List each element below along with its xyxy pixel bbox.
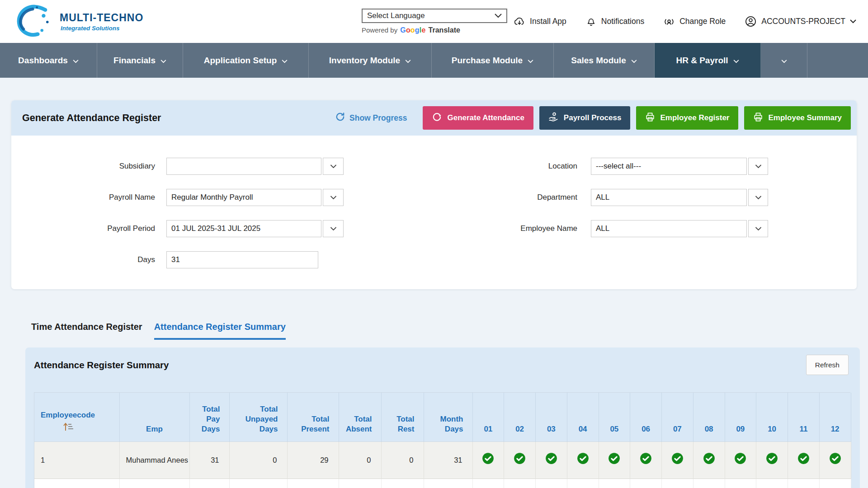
day-status-cell [693,441,725,479]
day-status-cell [725,441,756,479]
department-label: Department [463,193,577,202]
install-app-label: Install App [530,17,566,26]
days-input[interactable] [166,251,318,268]
table-row-partial [34,479,851,488]
generate-attendance-form: Subsidiary Payroll Name Regular Monthly … [11,136,857,289]
chevron-down-icon [528,56,533,66]
nav-item-more[interactable] [761,43,807,78]
days-field-row: Days [11,251,318,268]
process-arrow-icon [432,112,442,124]
payroll-period-select-chevron-button[interactable] [323,220,344,237]
subsidiary-label: Subsidiary [11,162,155,171]
day-status-cell [536,441,567,479]
department-select[interactable]: ALL [591,189,747,206]
change-role-button[interactable]: Change Role [663,16,726,28]
language-select-value: Select Language [367,11,425,20]
subsidiary-select[interactable] [166,158,321,175]
present-check-icon [640,452,652,468]
generate-attendance-button[interactable]: Generate Attendance [423,106,533,130]
column-header-emp: Emp [119,393,189,441]
day-status-cell [599,441,630,479]
present-check-icon [703,452,715,468]
tab-attendance-register-summary[interactable]: Attendance Register Summary [154,322,286,340]
nav-item-application-setup[interactable]: Application Setup [183,43,309,78]
chevron-down-icon [733,56,739,66]
payroll-period-select[interactable]: 01 JUL 2025-31 JUL 2025 [166,220,321,237]
printer-icon [645,112,655,124]
column-header-month-days: Month Days [424,393,472,441]
top-bar: MULTI-TECHNO Integrated Solutions Select… [0,0,868,43]
generate-attendance-panel: Generate Attendance Register Show Progre… [11,100,857,289]
column-header-day-04: 04 [567,393,599,441]
present-check-icon [797,452,810,468]
days-label: Days [11,255,155,264]
location-select-chevron-button[interactable] [748,158,768,175]
subsidiary-select-chevron-button[interactable] [323,158,344,175]
nav-item-sales-module[interactable]: Sales Module [554,43,655,78]
column-header-day-07: 07 [662,393,693,441]
column-header-day-01: 01 [472,393,504,441]
total-present-cell: 29 [287,441,339,479]
table-header-row: Employeecode [34,393,851,441]
department-select-chevron-button[interactable] [748,189,768,206]
hand-coin-icon [548,112,559,124]
nav-item-purchase-module[interactable]: Purchase Module [432,43,554,78]
payroll-process-button[interactable]: Payroll Process [539,106,631,130]
generate-attendance-panel-header: Generate Attendance Register Show Progre… [11,100,857,136]
payroll-name-select-chevron-button[interactable] [323,189,344,206]
tab-time-attendance-register[interactable]: Time Attendance Register [31,322,142,340]
google-translate-widget: Select Language Powered by Google Transl… [362,9,507,34]
chevron-down-icon [495,11,502,20]
language-select[interactable]: Select Language [362,9,507,23]
employee-name-select[interactable]: ALL [591,220,747,237]
payroll-period-label: Payroll Period [11,224,155,233]
column-header-day-09: 09 [725,393,756,441]
column-header-day-08: 08 [693,393,725,441]
nav-item-financials[interactable]: Financials [97,43,183,78]
account-menu[interactable]: ACCOUNTS-PROJECT [745,15,856,28]
printer-icon [753,112,763,124]
day-status-cell [756,441,788,479]
screen: MULTI-TECHNO Integrated Solutions Select… [0,0,868,488]
location-label: Location [463,162,577,171]
nav-item-inventory-module[interactable]: Inventory Module [309,43,432,78]
day-status-cell [788,441,820,479]
bell-icon [585,16,597,27]
notifications-button[interactable]: Notifications [585,16,644,27]
company-logo: MULTI-TECHNO Integrated Solutions [16,4,143,39]
location-select[interactable]: ---select all--- [591,158,747,175]
attendance-summary-panel-header: Attendance Register Summary Refresh [25,347,860,375]
account-label: ACCOUNTS-PROJECT [761,17,845,26]
nav-item-hr-payroll[interactable]: HR & Payroll [655,43,761,78]
chevron-down-icon [850,19,856,23]
show-progress-link[interactable]: Show Progress [335,112,407,124]
employee-summary-button[interactable]: Employee Summary [744,106,851,130]
department-field-row: Department ALL [463,189,768,206]
employee-name-label: Employee Name [463,224,577,233]
employee-name-select-chevron-button[interactable] [748,220,768,237]
employee-register-button[interactable]: Employee Register [636,106,738,130]
nav-item-dashboards[interactable]: Dashboards [0,43,97,78]
column-header-employeecode[interactable]: Employeecode [34,393,119,441]
column-header-total-absent: Total Absent [339,393,381,441]
navbar-filler [807,43,868,78]
change-role-label: Change Role [679,17,726,26]
install-app-button[interactable]: Install App [514,16,566,28]
present-check-icon [545,452,557,468]
present-check-icon [577,452,589,468]
day-status-cell [567,441,599,479]
refresh-button[interactable]: Refresh [806,355,849,375]
payroll-name-select[interactable]: Regular Monthly Payroll [166,189,321,206]
notifications-label: Notifications [601,17,644,26]
employee-name-field-row: Employee Name ALL [463,220,768,237]
present-check-icon [514,452,526,468]
employeecode-cell: 1 [34,441,119,479]
powered-by-google-translate: Powered by Google Translate [362,26,507,34]
chevron-down-icon [160,56,166,66]
person-broadcast-icon [663,16,675,28]
day-status-cell [472,441,504,479]
day-status-cell [504,441,536,479]
logo-title: MULTI-TECHNO [60,12,143,24]
column-header-total-rest: Total Rest [381,393,424,441]
sort-ascending-icon [62,422,74,434]
